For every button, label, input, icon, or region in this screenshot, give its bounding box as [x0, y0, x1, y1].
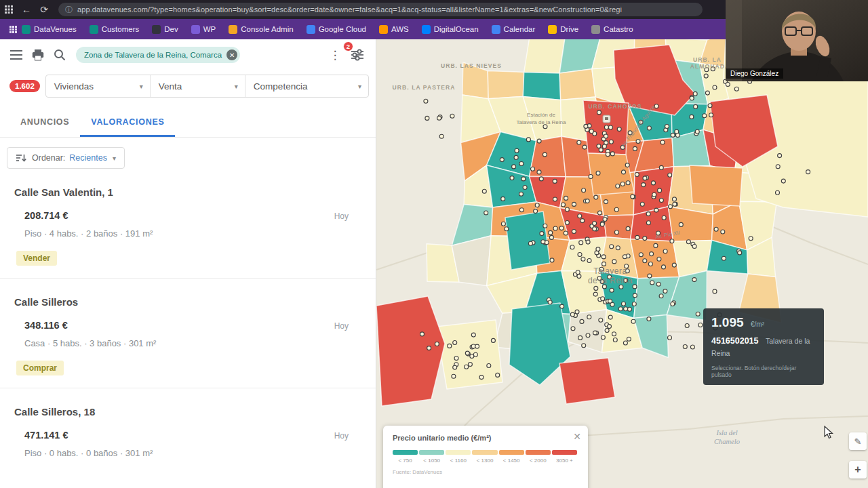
map-marker[interactable]	[577, 274, 581, 279]
map-marker[interactable]	[673, 202, 677, 206]
map-marker[interactable]	[610, 152, 614, 156]
map-marker[interactable]	[610, 288, 614, 292]
map-marker[interactable]	[671, 133, 675, 137]
map-marker[interactable]	[668, 336, 672, 340]
bookmark-dev[interactable]: Dev	[152, 25, 178, 34]
map-marker[interactable]	[704, 74, 708, 78]
map-marker[interactable]	[657, 257, 661, 261]
map-marker[interactable]	[721, 230, 725, 234]
map-zone[interactable]	[559, 358, 615, 404]
map-marker[interactable]	[722, 256, 726, 260]
map-marker[interactable]	[692, 278, 696, 282]
map-marker[interactable]	[548, 300, 552, 304]
listing-item[interactable]: Calle Silleros, 18 471.141 € Hoy Piso · …	[0, 388, 376, 458]
map-marker[interactable]	[623, 255, 627, 259]
map-marker[interactable]	[668, 173, 672, 177]
map-marker[interactable]	[670, 239, 674, 243]
map-marker[interactable]	[738, 251, 742, 255]
map-marker[interactable]	[519, 208, 524, 212]
map-canvas[interactable]: URB. LAS NIEVES URB. LA PASTERA URB. CAH…	[376, 39, 868, 488]
map-marker[interactable]	[487, 364, 491, 368]
map-marker[interactable]	[597, 110, 601, 115]
map-marker[interactable]	[705, 91, 709, 95]
map-marker[interactable]	[609, 140, 613, 144]
map-marker[interactable]	[593, 227, 597, 231]
map-marker[interactable]	[425, 116, 429, 120]
map-marker[interactable]	[586, 240, 590, 244]
map-marker[interactable]	[601, 336, 605, 340]
map-marker[interactable]	[482, 189, 486, 193]
map-marker[interactable]	[565, 207, 569, 211]
map-marker[interactable]	[636, 140, 640, 144]
map-marker[interactable]	[631, 319, 635, 323]
map-marker[interactable]	[650, 252, 654, 256]
map-marker[interactable]	[593, 292, 597, 296]
sort-dropdown[interactable]: Ordenar: Recientes ▾	[7, 147, 125, 169]
map-marker[interactable]	[673, 197, 677, 201]
back-button[interactable]: ←	[18, 2, 35, 17]
map-marker[interactable]	[613, 338, 617, 342]
search-icon[interactable]	[49, 44, 71, 66]
map-marker[interactable]	[648, 274, 652, 278]
map-marker[interactable]	[439, 134, 443, 138]
map-marker[interactable]	[587, 259, 591, 263]
map-marker[interactable]	[579, 241, 583, 245]
map-marker[interactable]	[648, 262, 652, 266]
map-marker[interactable]	[559, 226, 564, 230]
map-marker[interactable]	[526, 138, 530, 142]
map-marker[interactable]	[749, 237, 753, 241]
map-marker[interactable]	[606, 152, 610, 157]
map-marker[interactable]	[450, 114, 454, 118]
bookmark-aws[interactable]: AWS	[379, 25, 409, 34]
map-marker[interactable]	[584, 124, 588, 128]
map-marker[interactable]	[612, 332, 616, 336]
map-marker[interactable]	[596, 247, 600, 251]
map-marker[interactable]	[608, 125, 612, 129]
map-marker[interactable]	[465, 351, 469, 355]
map-marker[interactable]	[597, 144, 601, 148]
map-marker[interactable]	[662, 216, 666, 220]
map-marker[interactable]	[453, 365, 457, 369]
map-marker[interactable]	[734, 87, 738, 91]
map-marker[interactable]	[602, 144, 606, 148]
map-marker[interactable]	[690, 115, 694, 119]
map-marker[interactable]	[539, 177, 543, 181]
filter-operation[interactable]: Venta ▾	[151, 75, 245, 97]
map-marker[interactable]	[675, 134, 679, 138]
map-marker[interactable]	[633, 285, 637, 289]
map-marker[interactable]	[510, 176, 514, 180]
map-marker[interactable]	[453, 341, 457, 345]
search-area-chip[interactable]: Zona de Talavera de la Reina, Comarca ✕	[76, 47, 240, 63]
map-marker[interactable]	[468, 363, 472, 367]
map-marker[interactable]	[599, 318, 603, 322]
map-zone[interactable]	[524, 39, 566, 73]
map-marker[interactable]	[540, 232, 544, 236]
map-marker[interactable]	[627, 337, 631, 341]
map-marker[interactable]	[424, 99, 428, 103]
print-icon[interactable]	[27, 44, 49, 66]
map-marker[interactable]	[550, 258, 554, 262]
map-marker[interactable]	[496, 373, 500, 377]
map-marker[interactable]	[781, 179, 785, 183]
map-marker[interactable]	[617, 127, 621, 131]
map-marker[interactable]	[575, 310, 579, 314]
map-marker[interactable]	[448, 344, 452, 348]
map-marker[interactable]	[589, 129, 593, 134]
map-marker[interactable]	[519, 162, 524, 166]
map-marker[interactable]	[679, 222, 683, 226]
map-marker[interactable]	[619, 285, 623, 289]
map-marker[interactable]	[658, 188, 662, 192]
map-marker[interactable]	[671, 302, 675, 306]
map-marker[interactable]	[471, 333, 475, 337]
map-marker[interactable]	[633, 146, 637, 150]
map-marker[interactable]	[708, 104, 712, 108]
map-marker[interactable]	[519, 192, 524, 196]
site-info-icon[interactable]: ⓘ	[65, 5, 73, 15]
map-marker[interactable]	[576, 270, 580, 274]
map-marker[interactable]	[654, 243, 658, 247]
filter-competition[interactable]: Competencia ▾	[245, 75, 368, 97]
map-marker[interactable]	[549, 230, 553, 235]
map-marker[interactable]	[553, 226, 557, 230]
reload-button[interactable]: ⟳	[35, 2, 53, 17]
map-marker[interactable]	[582, 344, 586, 348]
